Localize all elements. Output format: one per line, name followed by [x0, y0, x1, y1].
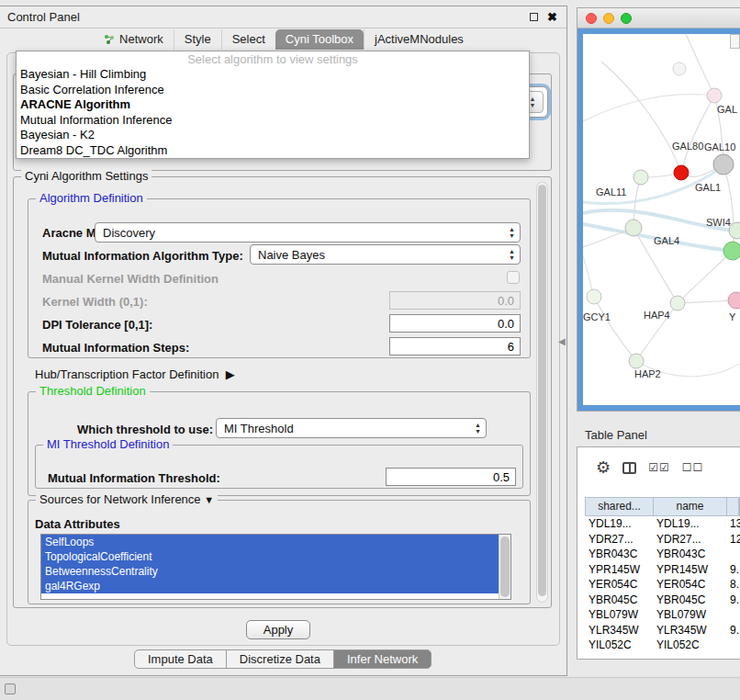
mi-steps-value: 6	[508, 340, 514, 354]
network-node[interactable]	[625, 220, 642, 236]
network-canvas[interactable]: GAL80GAL10GAL11GAL1SWI4GAL4GCY1HAP4HAP2Y…	[577, 28, 740, 411]
aracne-mode-select[interactable]: Discovery ▲▼	[95, 222, 521, 243]
tab-infer-network[interactable]: Infer Network	[333, 649, 432, 669]
apply-button[interactable]: Apply	[246, 620, 310, 639]
tab-label: jActiveMNodules	[375, 32, 464, 46]
zoom-traffic-icon[interactable]	[621, 13, 632, 24]
settings-scrollbar[interactable]	[536, 182, 548, 603]
tab-style[interactable]: Style	[174, 29, 221, 50]
panel-collapse-icon[interactable]: ◀	[558, 336, 566, 346]
table-row[interactable]: YLR345WYLR345W9.	[585, 623, 740, 638]
scrollbar-thumb[interactable]	[538, 185, 546, 596]
algorithm-option[interactable]: Dream8 DC_TDC Algorithm	[17, 143, 529, 159]
close-traffic-icon[interactable]	[586, 13, 597, 24]
network-node[interactable]	[587, 289, 601, 304]
network-node[interactable]	[670, 296, 685, 310]
table-cell: YIL052C	[585, 638, 653, 653]
table-row[interactable]: YDL19...YDL19...13	[585, 516, 740, 532]
close-icon[interactable]: ✖	[547, 11, 557, 23]
table-row[interactable]: YBR045CYBR045C9.	[585, 593, 740, 608]
select-arrows-icon: ▲▼	[509, 248, 515, 261]
network-node[interactable]	[707, 88, 722, 103]
manual-kernel-checkbox[interactable]	[507, 271, 520, 284]
network-node[interactable]	[728, 292, 740, 309]
expanded-arrow-icon: ▼	[204, 494, 214, 505]
scrollbar-thumb[interactable]	[500, 536, 510, 597]
table-column-header[interactable]: name	[654, 498, 727, 515]
node-label: GCY1	[583, 311, 611, 322]
list-scrollbar[interactable]	[499, 535, 510, 599]
network-scrollbar[interactable]	[730, 34, 740, 49]
network-edge	[601, 62, 681, 173]
threshold-definition-title: Threshold Definition	[36, 384, 150, 398]
which-threshold-select[interactable]: MI Threshold ▲▼	[216, 418, 487, 438]
deselect-all-icon[interactable]: ☐☐	[682, 462, 704, 473]
node-label: GAL1	[695, 182, 721, 193]
data-attribute-item[interactable]: TopologicalCoefficient	[41, 549, 510, 564]
table-row[interactable]: YBR043CYBR043C	[585, 547, 740, 562]
tab-impute-data[interactable]: Impute Data	[134, 649, 227, 669]
algorithm-option[interactable]: Basic Correlation Inference	[17, 83, 529, 98]
manual-kernel-label: Manual Kernel Width Definition	[42, 272, 219, 286]
columns-icon[interactable]	[622, 462, 636, 474]
tab-select[interactable]: Select	[221, 29, 275, 50]
select-arrows-icon: ▲▼	[475, 422, 481, 435]
network-node[interactable]	[673, 62, 686, 75]
network-window-titlebar[interactable]	[577, 8, 740, 28]
network-node[interactable]	[713, 154, 734, 175]
tab-network[interactable]: Network	[94, 29, 174, 50]
select-arrows-icon: ▲▼	[509, 226, 515, 239]
node-label: Y	[729, 311, 736, 322]
network-node[interactable]	[674, 165, 689, 180]
mi-type-select[interactable]: Naive Bayes ▲▼	[250, 244, 521, 265]
table-row[interactable]: YDR27...YDR27...12	[585, 532, 740, 548]
table-column-header[interactable]: shared...	[586, 498, 654, 515]
mi-threshold-value: 0.5	[493, 470, 510, 484]
desktop: Control Panel ✖ Network Style Select Cyn…	[0, 0, 740, 700]
table-cell: 8.	[726, 577, 740, 593]
network-node[interactable]	[723, 242, 740, 260]
data-attributes-label: Data Attributes	[35, 517, 120, 531]
algorithm-option[interactable]: Bayesian - K2	[17, 128, 529, 143]
hub-section-toggle[interactable]: Hub/Transcription Factor Definition ▶	[35, 367, 235, 381]
mi-steps-field[interactable]: 6	[389, 337, 521, 356]
table-column-header[interactable]	[727, 498, 739, 515]
table-cell: YBL079W	[585, 607, 653, 623]
table-row[interactable]: YIL052CYIL052C	[585, 638, 740, 653]
tab-label: Style	[185, 32, 211, 46]
data-attributes-list[interactable]: SelfLoopsTopologicalCoefficientBetweenne…	[40, 534, 511, 600]
sources-toggle[interactable]: Sources for Network Inference ▼	[36, 492, 218, 506]
network-edge	[681, 96, 714, 173]
tab-cyni-toolbox[interactable]: Cyni Toolbox	[275, 29, 364, 50]
network-edge	[723, 164, 734, 251]
apply-label: Apply	[263, 623, 294, 637]
control-panel-titlebar[interactable]: Control Panel ✖	[0, 6, 566, 28]
gear-icon[interactable]: ⚙	[596, 459, 611, 476]
data-attribute-item[interactable]: SelfLoops	[41, 535, 510, 549]
float-window-icon[interactable]	[530, 13, 538, 21]
table-row[interactable]: YER054CYER054C8.	[585, 577, 740, 593]
sources-title: Sources for Network Inference	[39, 492, 201, 506]
network-graph: GAL80GAL10GAL11GAL1SWI4GAL4GCY1HAP4HAP2Y…	[583, 34, 740, 407]
table-cell: YBL079W	[653, 607, 726, 623]
data-attribute-item[interactable]: BetweennessCentrality	[41, 564, 510, 579]
data-attribute-item[interactable]: gal4RGexp	[41, 579, 510, 593]
tab-discretize-data[interactable]: Discretize Data	[226, 649, 334, 669]
minimized-panel-icon[interactable]	[5, 683, 16, 694]
tab-jactivemnodules[interactable]: jActiveMNodules	[364, 29, 474, 50]
dpi-tolerance-field[interactable]: 0.0	[389, 314, 521, 333]
table-cell: 9.	[726, 562, 740, 578]
algorithm-option[interactable]: ARACNE Algorithm	[17, 97, 529, 113]
network-icon	[104, 34, 115, 45]
algorithm-option[interactable]: Mutual Information Inference	[17, 113, 529, 129]
tab-label: Select	[232, 32, 265, 46]
minimize-traffic-icon[interactable]	[603, 13, 614, 24]
algorithm-dropdown-popup: Select algorithm to view settings Bayesi…	[16, 51, 530, 159]
network-node[interactable]	[629, 354, 644, 368]
algorithm-option[interactable]: Bayesian - Hill Climbing	[17, 67, 529, 83]
table-row[interactable]: YPR145WYPR145W9.	[585, 562, 740, 578]
table-row[interactable]: YBL079WYBL079W	[585, 607, 740, 623]
mi-threshold-field[interactable]: 0.5	[386, 468, 516, 486]
network-node[interactable]	[633, 170, 648, 185]
select-all-icon[interactable]: ☑☑	[648, 462, 670, 473]
